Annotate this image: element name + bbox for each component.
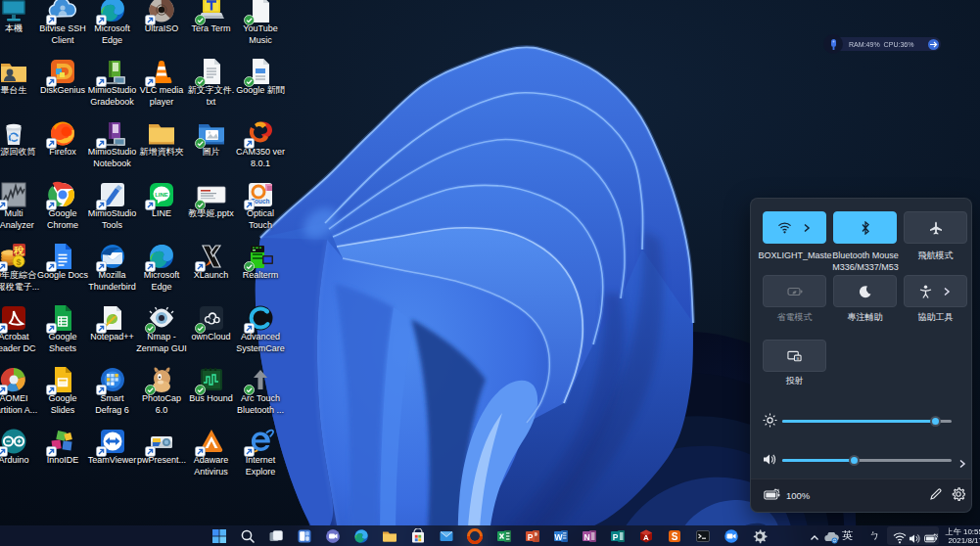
svg-text:B: B (796, 355, 799, 360)
svg-text:P: P (613, 531, 619, 541)
svg-text:P: P (527, 531, 533, 541)
svg-text:稅: 稅 (13, 245, 24, 256)
svg-text:S: S (672, 531, 678, 542)
svg-text:LINE: LINE (155, 192, 168, 198)
svg-text:A: A (643, 532, 649, 541)
svg-text:N: N (583, 531, 589, 541)
svg-text:W: W (554, 531, 563, 541)
svg-text:$: $ (16, 257, 21, 267)
